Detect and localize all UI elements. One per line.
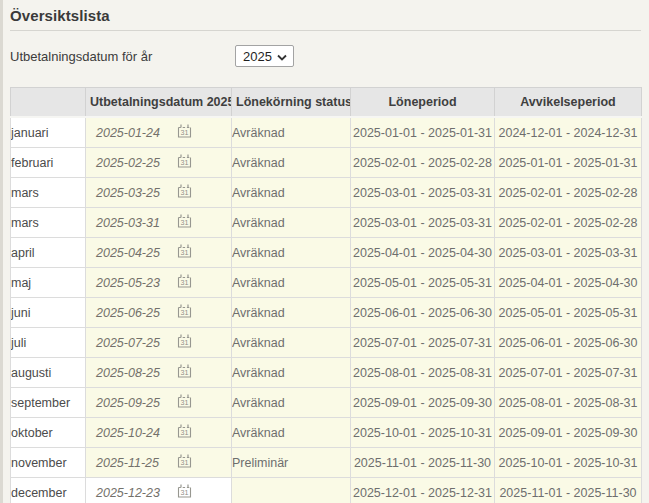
table-row: november 2025-11-25 31 Preliminär 2025-1… bbox=[11, 448, 642, 478]
status-cell: Avräknad bbox=[232, 208, 351, 238]
svg-text:31: 31 bbox=[181, 458, 189, 467]
calendar-icon[interactable]: 31 bbox=[176, 213, 193, 232]
deviation-period-cell: 2025-05-01 - 2025-05-31 bbox=[495, 298, 642, 328]
status-cell: Preliminär bbox=[232, 448, 351, 478]
column-header bbox=[11, 88, 86, 118]
payment-date-value[interactable]: 2025-04-25 bbox=[96, 246, 174, 260]
month-cell: december bbox=[11, 478, 86, 503]
salary-period-cell: 2025-09-01 - 2025-09-30 bbox=[351, 388, 495, 418]
svg-text:31: 31 bbox=[181, 188, 189, 197]
page-title: Översiktslista bbox=[10, 7, 641, 24]
payment-date-value[interactable]: 2025-03-31 bbox=[96, 216, 174, 230]
table-header-row: Utbetalningsdatum 2025Lönekörning status… bbox=[11, 88, 642, 118]
calendar-icon[interactable]: 31 bbox=[176, 243, 193, 262]
deviation-period-cell: 2025-08-01 - 2025-08-31 bbox=[495, 388, 642, 418]
status-cell: Avräknad bbox=[232, 178, 351, 208]
calendar-icon[interactable]: 31 bbox=[176, 273, 193, 292]
month-cell: september bbox=[11, 388, 86, 418]
chevron-down-icon bbox=[277, 49, 287, 64]
deviation-period-cell: 2025-10-01 - 2025-10-31 bbox=[495, 448, 642, 478]
date-cell[interactable]: 2025-01-24 31 bbox=[86, 117, 232, 148]
date-cell[interactable]: 2025-05-23 31 bbox=[86, 268, 232, 298]
salary-period-cell: 2025-01-01 - 2025-01-31 bbox=[351, 117, 495, 148]
column-header: Löneperiod bbox=[351, 88, 495, 118]
date-cell[interactable]: 2025-08-25 31 bbox=[86, 358, 232, 388]
deviation-period-cell: 2025-07-01 - 2025-07-31 bbox=[495, 358, 642, 388]
date-cell[interactable]: 2025-12-23 31 bbox=[86, 478, 232, 503]
deviation-period-cell: 2025-02-01 - 2025-02-28 bbox=[495, 178, 642, 208]
calendar-icon[interactable]: 31 bbox=[176, 123, 193, 142]
svg-text:31: 31 bbox=[181, 368, 189, 377]
payment-date-value[interactable]: 2025-10-24 bbox=[96, 426, 174, 440]
table-row: mars 2025-03-31 31 Avräknad 2025-03-01 -… bbox=[11, 208, 642, 238]
svg-text:31: 31 bbox=[181, 398, 189, 407]
calendar-icon[interactable]: 31 bbox=[176, 483, 193, 502]
salary-period-cell: 2025-03-01 - 2025-03-31 bbox=[351, 208, 495, 238]
salary-period-cell: 2025-05-01 - 2025-05-31 bbox=[351, 268, 495, 298]
date-cell[interactable]: 2025-04-25 31 bbox=[86, 238, 232, 268]
deviation-period-cell: 2025-06-01 - 2025-06-30 bbox=[495, 328, 642, 358]
payment-date-value[interactable]: 2025-01-24 bbox=[96, 126, 174, 140]
status-cell: Avräknad bbox=[232, 268, 351, 298]
svg-text:31: 31 bbox=[181, 488, 189, 497]
status-cell: Avräknad bbox=[232, 328, 351, 358]
calendar-icon[interactable]: 31 bbox=[176, 423, 193, 442]
date-cell[interactable]: 2025-09-25 31 bbox=[86, 388, 232, 418]
title-divider bbox=[10, 30, 641, 31]
date-cell[interactable]: 2025-11-25 31 bbox=[86, 448, 232, 478]
calendar-icon[interactable]: 31 bbox=[176, 153, 193, 172]
svg-text:31: 31 bbox=[181, 428, 189, 437]
calendar-icon[interactable]: 31 bbox=[176, 363, 193, 382]
payment-date-value[interactable]: 2025-02-25 bbox=[96, 156, 174, 170]
date-cell[interactable]: 2025-03-25 31 bbox=[86, 178, 232, 208]
date-cell[interactable]: 2025-07-25 31 bbox=[86, 328, 232, 358]
payment-date-value[interactable]: 2025-03-25 bbox=[96, 186, 174, 200]
salary-period-cell: 2025-02-01 - 2025-02-28 bbox=[351, 148, 495, 178]
month-cell: januari bbox=[11, 117, 86, 148]
status-cell: Avräknad bbox=[232, 388, 351, 418]
calendar-icon[interactable]: 31 bbox=[176, 333, 193, 352]
month-cell: mars bbox=[11, 208, 86, 238]
deviation-period-cell: 2025-04-01 - 2025-04-30 bbox=[495, 268, 642, 298]
table-row: september 2025-09-25 31 Avräknad 2025-09… bbox=[11, 388, 642, 418]
year-select[interactable]: 2025 bbox=[235, 45, 294, 67]
month-cell: november bbox=[11, 448, 86, 478]
payment-date-value[interactable]: 2025-12-23 bbox=[96, 486, 174, 500]
payment-date-value[interactable]: 2025-11-25 bbox=[96, 456, 174, 470]
status-cell bbox=[232, 478, 351, 503]
payment-date-value[interactable]: 2025-06-25 bbox=[96, 306, 174, 320]
calendar-icon[interactable]: 31 bbox=[176, 183, 193, 202]
calendar-icon[interactable]: 31 bbox=[176, 393, 193, 412]
deviation-period-cell: 2025-09-01 - 2025-09-30 bbox=[495, 418, 642, 448]
date-cell[interactable]: 2025-03-31 31 bbox=[86, 208, 232, 238]
deviation-period-cell: 2025-01-01 - 2025-01-31 bbox=[495, 148, 642, 178]
date-cell[interactable]: 2025-02-25 31 bbox=[86, 148, 232, 178]
year-select-value: 2025 bbox=[243, 49, 272, 64]
salary-period-cell: 2025-11-01 - 2025-11-30 bbox=[351, 448, 495, 478]
table-row: maj 2025-05-23 31 Avräknad 2025-05-01 - … bbox=[11, 268, 642, 298]
payment-date-value[interactable]: 2025-07-25 bbox=[96, 336, 174, 350]
svg-text:31: 31 bbox=[181, 278, 189, 287]
date-cell[interactable]: 2025-10-24 31 bbox=[86, 418, 232, 448]
svg-text:31: 31 bbox=[181, 338, 189, 347]
date-cell[interactable]: 2025-06-25 31 bbox=[86, 298, 232, 328]
status-cell: Avräknad bbox=[232, 418, 351, 448]
table-row: augusti 2025-08-25 31 Avräknad 2025-08-0… bbox=[11, 358, 642, 388]
status-cell: Avräknad bbox=[232, 238, 351, 268]
payment-date-value[interactable]: 2025-05-23 bbox=[96, 276, 174, 290]
calendar-icon[interactable]: 31 bbox=[176, 303, 193, 322]
table-row: april 2025-04-25 31 Avräknad 2025-04-01 … bbox=[11, 238, 642, 268]
payment-date-value[interactable]: 2025-08-25 bbox=[96, 366, 174, 380]
payment-date-value[interactable]: 2025-09-25 bbox=[96, 396, 174, 410]
year-filter-row: Utbetalningsdatum för år 2025 bbox=[10, 44, 641, 68]
overview-table: Utbetalningsdatum 2025Lönekörning status… bbox=[10, 87, 642, 503]
status-cell: Avräknad bbox=[232, 298, 351, 328]
table-row: mars 2025-03-25 31 Avräknad 2025-03-01 -… bbox=[11, 178, 642, 208]
salary-period-cell: 2025-04-01 - 2025-04-30 bbox=[351, 238, 495, 268]
calendar-icon[interactable]: 31 bbox=[176, 453, 193, 472]
salary-period-cell: 2025-07-01 - 2025-07-31 bbox=[351, 328, 495, 358]
column-header: Avvikelseperiod bbox=[495, 88, 642, 118]
table-row: december 2025-12-23 31 2025-12-01 - 2025… bbox=[11, 478, 642, 503]
table-row: oktober 2025-10-24 31 Avräknad 2025-10-0… bbox=[11, 418, 642, 448]
svg-text:31: 31 bbox=[181, 308, 189, 317]
